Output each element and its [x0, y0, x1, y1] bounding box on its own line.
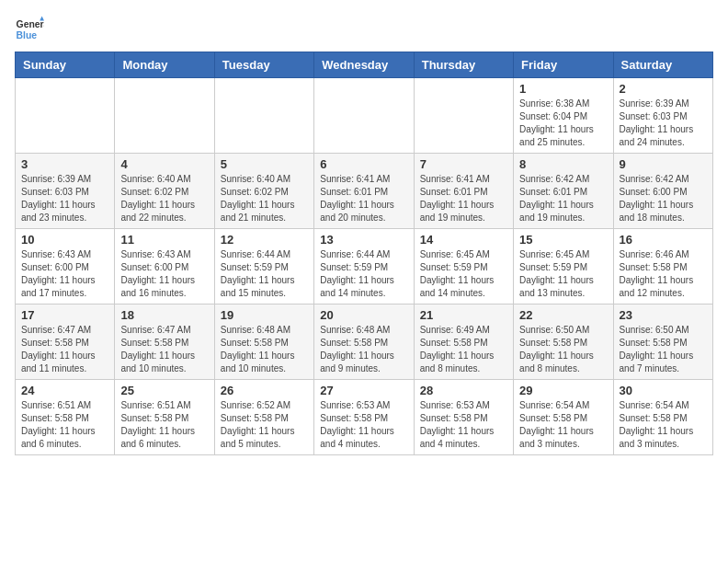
day-number: 8 — [519, 157, 607, 171]
day-number: 20 — [320, 308, 407, 322]
day-info: Sunrise: 6:53 AM Sunset: 5:58 PM Dayligh… — [320, 399, 407, 451]
day-number: 19 — [221, 308, 308, 322]
calendar-week-5: 24Sunrise: 6:51 AM Sunset: 5:58 PM Dayli… — [16, 380, 713, 455]
logo: General Blue — [15, 15, 44, 44]
day-number: 17 — [21, 308, 108, 322]
day-number: 15 — [519, 233, 607, 247]
logo-icon: General Blue — [15, 15, 44, 44]
day-info: Sunrise: 6:44 AM Sunset: 5:59 PM Dayligh… — [221, 248, 308, 300]
day-info: Sunrise: 6:46 AM Sunset: 5:58 PM Dayligh… — [620, 248, 707, 300]
calendar-cell: 6Sunrise: 6:41 AM Sunset: 6:01 PM Daylig… — [314, 154, 414, 229]
calendar-cell: 23Sunrise: 6:50 AM Sunset: 5:58 PM Dayli… — [613, 304, 712, 380]
day-info: Sunrise: 6:42 AM Sunset: 6:00 PM Dayligh… — [620, 173, 707, 224]
day-info: Sunrise: 6:47 AM Sunset: 5:58 PM Dayligh… — [120, 324, 208, 375]
day-number: 27 — [320, 384, 407, 397]
day-info: Sunrise: 6:41 AM Sunset: 6:01 PM Dayligh… — [420, 173, 507, 224]
calendar-cell: 19Sunrise: 6:48 AM Sunset: 5:58 PM Dayli… — [214, 304, 313, 380]
day-info: Sunrise: 6:40 AM Sunset: 6:02 PM Dayligh… — [221, 173, 308, 224]
svg-text:Blue: Blue — [17, 30, 38, 40]
day-number: 28 — [420, 384, 507, 397]
calendar-cell: 16Sunrise: 6:46 AM Sunset: 5:58 PM Dayli… — [613, 229, 712, 304]
day-number: 2 — [620, 82, 707, 96]
day-info: Sunrise: 6:49 AM Sunset: 5:58 PM Dayligh… — [420, 324, 507, 375]
day-header-saturday: Saturday — [613, 52, 712, 78]
day-number: 9 — [620, 157, 707, 171]
day-header-friday: Friday — [514, 52, 613, 78]
day-number: 6 — [320, 157, 407, 171]
calendar-cell: 1Sunrise: 6:38 AM Sunset: 6:04 PM Daylig… — [514, 78, 613, 154]
calendar-week-4: 17Sunrise: 6:47 AM Sunset: 5:58 PM Dayli… — [16, 304, 713, 380]
day-info: Sunrise: 6:48 AM Sunset: 5:58 PM Dayligh… — [320, 324, 407, 375]
calendar-cell: 14Sunrise: 6:45 AM Sunset: 5:59 PM Dayli… — [414, 229, 513, 304]
day-number: 10 — [21, 233, 108, 247]
calendar-cell: 29Sunrise: 6:54 AM Sunset: 5:58 PM Dayli… — [514, 380, 613, 455]
day-number: 12 — [221, 233, 308, 247]
day-number: 14 — [420, 233, 507, 247]
calendar-cell — [414, 78, 513, 154]
day-number: 29 — [519, 384, 607, 397]
calendar: SundayMondayTuesdayWednesdayThursdayFrid… — [15, 52, 713, 455]
day-number: 18 — [120, 308, 208, 322]
calendar-cell: 27Sunrise: 6:53 AM Sunset: 5:58 PM Dayli… — [314, 380, 414, 455]
day-info: Sunrise: 6:50 AM Sunset: 5:58 PM Dayligh… — [620, 324, 707, 375]
calendar-week-3: 10Sunrise: 6:43 AM Sunset: 6:00 PM Dayli… — [16, 229, 713, 304]
day-number: 4 — [120, 157, 208, 171]
calendar-cell: 30Sunrise: 6:54 AM Sunset: 5:58 PM Dayli… — [613, 380, 712, 455]
calendar-cell: 25Sunrise: 6:51 AM Sunset: 5:58 PM Dayli… — [115, 380, 214, 455]
day-number: 5 — [221, 157, 308, 171]
svg-text:General: General — [17, 19, 44, 29]
day-number: 30 — [620, 384, 707, 397]
day-info: Sunrise: 6:40 AM Sunset: 6:02 PM Dayligh… — [120, 173, 208, 224]
calendar-cell — [16, 78, 115, 154]
day-number: 3 — [21, 157, 108, 171]
day-info: Sunrise: 6:38 AM Sunset: 6:04 PM Dayligh… — [519, 98, 607, 149]
day-header-wednesday: Wednesday — [314, 52, 414, 78]
calendar-cell: 12Sunrise: 6:44 AM Sunset: 5:59 PM Dayli… — [214, 229, 313, 304]
day-info: Sunrise: 6:42 AM Sunset: 6:01 PM Dayligh… — [519, 173, 607, 224]
calendar-cell: 8Sunrise: 6:42 AM Sunset: 6:01 PM Daylig… — [514, 154, 613, 229]
day-info: Sunrise: 6:47 AM Sunset: 5:58 PM Dayligh… — [21, 324, 108, 375]
day-number: 11 — [120, 233, 208, 247]
day-number: 25 — [120, 384, 208, 397]
calendar-week-2: 3Sunrise: 6:39 AM Sunset: 6:03 PM Daylig… — [16, 154, 713, 229]
day-info: Sunrise: 6:52 AM Sunset: 5:58 PM Dayligh… — [221, 399, 308, 451]
calendar-cell: 2Sunrise: 6:39 AM Sunset: 6:03 PM Daylig… — [613, 78, 712, 154]
calendar-cell: 28Sunrise: 6:53 AM Sunset: 5:58 PM Dayli… — [414, 380, 513, 455]
day-header-monday: Monday — [115, 52, 214, 78]
calendar-cell: 7Sunrise: 6:41 AM Sunset: 6:01 PM Daylig… — [414, 154, 513, 229]
day-number: 22 — [519, 308, 607, 322]
calendar-cell: 13Sunrise: 6:44 AM Sunset: 5:59 PM Dayli… — [314, 229, 414, 304]
calendar-cell — [115, 78, 214, 154]
day-header-thursday: Thursday — [414, 52, 513, 78]
day-info: Sunrise: 6:53 AM Sunset: 5:58 PM Dayligh… — [420, 399, 507, 451]
svg-marker-2 — [40, 17, 44, 21]
day-info: Sunrise: 6:54 AM Sunset: 5:58 PM Dayligh… — [519, 399, 607, 451]
day-info: Sunrise: 6:39 AM Sunset: 6:03 PM Dayligh… — [21, 173, 108, 224]
calendar-cell: 18Sunrise: 6:47 AM Sunset: 5:58 PM Dayli… — [115, 304, 214, 380]
calendar-cell: 21Sunrise: 6:49 AM Sunset: 5:58 PM Dayli… — [414, 304, 513, 380]
day-header-sunday: Sunday — [16, 52, 115, 78]
day-info: Sunrise: 6:51 AM Sunset: 5:58 PM Dayligh… — [120, 399, 208, 451]
day-info: Sunrise: 6:39 AM Sunset: 6:03 PM Dayligh… — [620, 98, 707, 149]
calendar-cell: 4Sunrise: 6:40 AM Sunset: 6:02 PM Daylig… — [115, 154, 214, 229]
calendar-cell: 24Sunrise: 6:51 AM Sunset: 5:58 PM Dayli… — [16, 380, 115, 455]
calendar-cell: 10Sunrise: 6:43 AM Sunset: 6:00 PM Dayli… — [16, 229, 115, 304]
calendar-cell: 22Sunrise: 6:50 AM Sunset: 5:58 PM Dayli… — [514, 304, 613, 380]
day-number: 23 — [620, 308, 707, 322]
day-number: 21 — [420, 308, 507, 322]
day-number: 16 — [620, 233, 707, 247]
day-info: Sunrise: 6:54 AM Sunset: 5:58 PM Dayligh… — [620, 399, 707, 451]
day-info: Sunrise: 6:43 AM Sunset: 6:00 PM Dayligh… — [21, 248, 108, 300]
calendar-cell: 11Sunrise: 6:43 AM Sunset: 6:00 PM Dayli… — [115, 229, 214, 304]
calendar-cell — [214, 78, 313, 154]
day-info: Sunrise: 6:50 AM Sunset: 5:58 PM Dayligh… — [519, 324, 607, 375]
day-number: 26 — [221, 384, 308, 397]
day-info: Sunrise: 6:51 AM Sunset: 5:58 PM Dayligh… — [21, 399, 108, 451]
calendar-cell: 20Sunrise: 6:48 AM Sunset: 5:58 PM Dayli… — [314, 304, 414, 380]
day-info: Sunrise: 6:48 AM Sunset: 5:58 PM Dayligh… — [221, 324, 308, 375]
calendar-cell — [314, 78, 414, 154]
day-number: 7 — [420, 157, 507, 171]
calendar-cell: 9Sunrise: 6:42 AM Sunset: 6:00 PM Daylig… — [613, 154, 712, 229]
calendar-cell: 17Sunrise: 6:47 AM Sunset: 5:58 PM Dayli… — [16, 304, 115, 380]
calendar-cell: 3Sunrise: 6:39 AM Sunset: 6:03 PM Daylig… — [16, 154, 115, 229]
